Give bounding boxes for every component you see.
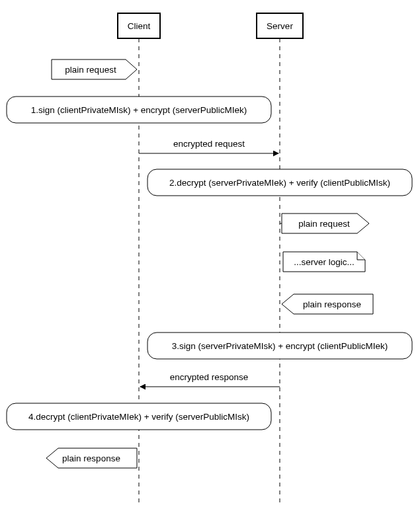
tag-plain-request-server: plain request bbox=[280, 214, 369, 233]
step-4: 4.decrypt (clientPrivateMIek) + verify (… bbox=[7, 403, 271, 430]
message-encrypted-request-label: encrypted request bbox=[173, 139, 245, 149]
note-server-logic: ...server logic... bbox=[283, 252, 365, 272]
tag-plain-response-client-label: plain response bbox=[62, 453, 120, 463]
tag-plain-response-client: plain response bbox=[46, 448, 137, 468]
participant-server: Server bbox=[257, 13, 303, 38]
message-encrypted-response: encrypted response bbox=[140, 372, 280, 387]
step-2-label: 2.decrypt (serverPrivateMIek) + verify (… bbox=[169, 178, 390, 188]
step-3: 3.sign (serverPrivateMIsk) + encrypt (cl… bbox=[147, 333, 412, 359]
tag-plain-request-client: plain request bbox=[52, 59, 137, 79]
message-encrypted-request: encrypted request bbox=[139, 139, 278, 153]
tag-plain-response-server: plain response bbox=[282, 294, 373, 314]
step-2: 2.decrypt (serverPrivateMIek) + verify (… bbox=[147, 169, 412, 196]
tag-plain-request-client-label: plain request bbox=[65, 65, 116, 75]
message-encrypted-response-label: encrypted response bbox=[170, 372, 249, 382]
step-3-label: 3.sign (serverPrivateMIsk) + encrypt (cl… bbox=[172, 341, 388, 351]
step-4-label: 4.decrypt (clientPrivateMIek) + verify (… bbox=[28, 412, 249, 422]
step-1-label: 1.sign (clientPrivateMIsk) + encrypt (se… bbox=[31, 105, 247, 115]
tag-plain-response-server-label: plain response bbox=[303, 299, 361, 309]
participant-client-label: Client bbox=[128, 21, 151, 31]
step-1: 1.sign (clientPrivateMIsk) + encrypt (se… bbox=[7, 97, 271, 123]
tag-plain-request-server-label: plain request bbox=[298, 219, 350, 229]
participant-server-label: Server bbox=[267, 21, 293, 31]
note-server-logic-label: ...server logic... bbox=[294, 257, 355, 267]
participant-client: Client bbox=[118, 13, 160, 38]
